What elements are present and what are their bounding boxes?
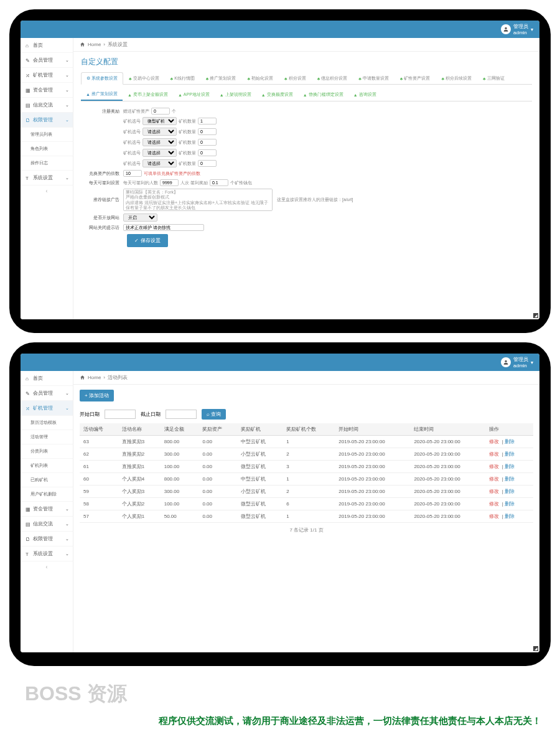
sidebar-item[interactable]: 矿机列表 xyxy=(21,459,73,473)
textarea-promo[interactable]: 莱特国际【英文名：Fork】 严格白盘童媒创新模式 内排遣将 混玩验证实注册+上… xyxy=(123,189,273,211)
select-machine-type[interactable]: 请选择 xyxy=(142,149,177,157)
sidebar-item-label: 新历活动模板 xyxy=(30,420,57,426)
chevron-down-icon: ⌄ xyxy=(65,73,69,78)
edit-link[interactable]: 修改 xyxy=(489,514,499,519)
edit-link[interactable]: 修改 xyxy=(489,501,499,507)
select-machine-type[interactable]: 请选择 xyxy=(142,128,177,136)
subtab[interactable]: ▲卖币上架金额设置 xyxy=(123,88,173,101)
collapse-sidebar-button[interactable]: ‹ xyxy=(21,561,73,573)
resize-handle[interactable]: ◢ xyxy=(533,646,538,651)
input-machine-count[interactable] xyxy=(198,160,217,167)
subtab[interactable]: ▲APP地址设置 xyxy=(173,88,215,101)
tab[interactable]: ♣推广策划设置 xyxy=(200,72,242,84)
tab[interactable]: ♣三网验证 xyxy=(477,72,510,84)
input-closed-msg[interactable] xyxy=(123,224,204,231)
input-register-reward[interactable] xyxy=(151,108,170,115)
collapse-sidebar-button[interactable]: ‹ xyxy=(21,185,73,197)
sidebar-item-label: 资金管理 xyxy=(33,87,53,93)
sidebar-item[interactable]: 已购矿机 xyxy=(21,473,73,487)
select-machine-type[interactable]: 请选择 xyxy=(142,138,177,146)
tab[interactable]: ♣矿性资产设置 xyxy=(394,72,436,84)
user-badge[interactable]: 管理员admin ▾ xyxy=(501,23,533,35)
breadcrumb-home[interactable]: Home xyxy=(88,42,101,47)
input-daily-count[interactable] xyxy=(160,179,179,186)
subtab[interactable]: ▲交换额度设置 xyxy=(256,88,298,101)
edit-link[interactable]: 修改 xyxy=(489,451,499,457)
sidebar-item[interactable]: 用户矿机删除 xyxy=(21,487,73,502)
tab[interactable]: ♣信息积分设置 xyxy=(312,72,353,84)
sidebar-item[interactable]: ⤭矿机管理⌄ xyxy=(21,68,73,83)
subtab[interactable]: ▲推广策划设置 xyxy=(81,88,123,101)
sidebar-item-label: 矿机列表 xyxy=(30,462,48,469)
edit-link[interactable]: 修改 xyxy=(489,464,499,469)
label-machine-count: 矿机数量 xyxy=(179,129,196,135)
sidebar-item[interactable]: 新历活动模板 xyxy=(21,416,73,430)
pager: 7 条记录 1/1 页 xyxy=(73,523,539,537)
select-site-open[interactable]: 开启 xyxy=(123,214,157,222)
delete-link[interactable]: 删除 xyxy=(505,514,515,519)
save-button[interactable]: ✓ 保存设置 xyxy=(127,234,168,247)
sidebar-item[interactable]: 管理员列表 xyxy=(21,128,73,142)
sidebar-item[interactable]: ▦资金管理⌄ xyxy=(21,83,73,98)
table-row: 62直推奖励2300.000.00小型云矿机22019-05-20 23:00:… xyxy=(80,448,533,461)
sidebar-item[interactable]: 🗋权限管理⌄ xyxy=(21,113,73,128)
delete-link[interactable]: 删除 xyxy=(505,476,515,482)
edit-link[interactable]: 修改 xyxy=(489,476,499,482)
delete-link[interactable]: 删除 xyxy=(505,451,515,457)
subtab[interactable]: ▲咨询设置 xyxy=(348,88,381,101)
sidebar-item[interactable]: ✎会员管理⌄ xyxy=(21,53,73,68)
select-machine-type[interactable]: 请选择 xyxy=(142,159,177,167)
label-closed-msg: 网站关闭提示语 xyxy=(86,225,123,231)
sidebar-item[interactable]: ▦资金管理⌄ xyxy=(21,502,73,517)
sidebar-item[interactable]: 操作日志 xyxy=(21,156,73,171)
input-machine-count[interactable] xyxy=(198,118,217,124)
add-activity-button[interactable]: + 添加活动 xyxy=(80,390,114,401)
tab[interactable]: ♣积分设置 xyxy=(279,72,312,84)
input-exchange-multi[interactable] xyxy=(123,170,142,177)
tab[interactable]: ⚙系统参数设置 xyxy=(81,72,123,85)
sidebar-item[interactable]: ▤信息交流⌄ xyxy=(21,517,73,532)
input-daily-reward[interactable] xyxy=(210,179,228,186)
delete-link[interactable]: 删除 xyxy=(505,439,515,444)
tab[interactable]: ♣初始化设置 xyxy=(241,72,279,84)
device-frame-2: 管理员admin ▾ ⌂首页✎会员管理⌄⤭矿机管理⌄新历活动模板活动管理分类列表… xyxy=(9,342,551,666)
tab-icon: ⚙ xyxy=(86,76,90,81)
subtab[interactable]: ▲上架说明设置 xyxy=(215,88,256,101)
content: Home › 活动列表 + 添加活动 开始日期 截止日期 ⌕ 查询 xyxy=(73,371,539,652)
tab[interactable]: ♣K线行情图 xyxy=(165,72,200,84)
delete-link[interactable]: 删除 xyxy=(505,489,515,494)
edit-link[interactable]: 修改 xyxy=(489,439,499,444)
tab[interactable]: ♣申请数量设置 xyxy=(353,72,394,84)
input-start-date[interactable] xyxy=(105,410,136,419)
search-button[interactable]: ⌕ 查询 xyxy=(202,409,226,420)
user-badge[interactable]: 管理员admin ▾ xyxy=(501,356,533,368)
sidebar-item[interactable]: ⌂首页 xyxy=(21,38,73,53)
input-machine-count[interactable] xyxy=(198,128,217,135)
tab[interactable]: ♣积分后续设置 xyxy=(436,72,477,84)
random-icon: ⤭ xyxy=(26,73,30,78)
tab[interactable]: ♣交易中心设置 xyxy=(123,72,165,84)
activity-table: 活动编号活动名称满足金额奖励资产奖励矿机奖励矿机个数开始时间结束时间操作 63直… xyxy=(80,423,533,523)
edit-link[interactable]: 修改 xyxy=(489,489,499,494)
delete-link[interactable]: 删除 xyxy=(505,464,515,469)
subtab[interactable]: ▲替换门槛绑定设置 xyxy=(298,88,348,101)
sidebar-item[interactable]: ✎会员管理⌄ xyxy=(21,386,73,401)
sidebar-item[interactable]: ⌂首页 xyxy=(21,371,73,386)
sidebar-item[interactable]: 分类列表 xyxy=(21,444,73,459)
sidebar-item[interactable]: ⤭矿机管理⌄ xyxy=(21,401,73,416)
input-machine-count[interactable] xyxy=(198,149,217,156)
select-machine-type[interactable]: 微型矿机（赠 xyxy=(142,117,177,125)
sidebar-item[interactable]: 活动管理 xyxy=(21,430,73,444)
input-machine-count[interactable] xyxy=(198,139,217,146)
sidebar-item-label: 资金管理 xyxy=(33,505,53,512)
sidebar-item[interactable]: ▤信息交流⌄ xyxy=(21,98,73,113)
cal-icon: ▦ xyxy=(26,507,30,512)
sidebar-item[interactable]: T系统设置⌄ xyxy=(21,547,73,561)
sidebar-item[interactable]: 🗋权限管理⌄ xyxy=(21,532,73,547)
resize-handle[interactable]: ◢ xyxy=(533,313,538,318)
sidebar-item[interactable]: 角色列表 xyxy=(21,142,73,156)
input-end-date[interactable] xyxy=(166,410,197,419)
sidebar-item[interactable]: T系统设置⌄ xyxy=(21,171,73,185)
delete-link[interactable]: 删除 xyxy=(505,501,515,507)
breadcrumb-home[interactable]: Home xyxy=(88,375,101,380)
